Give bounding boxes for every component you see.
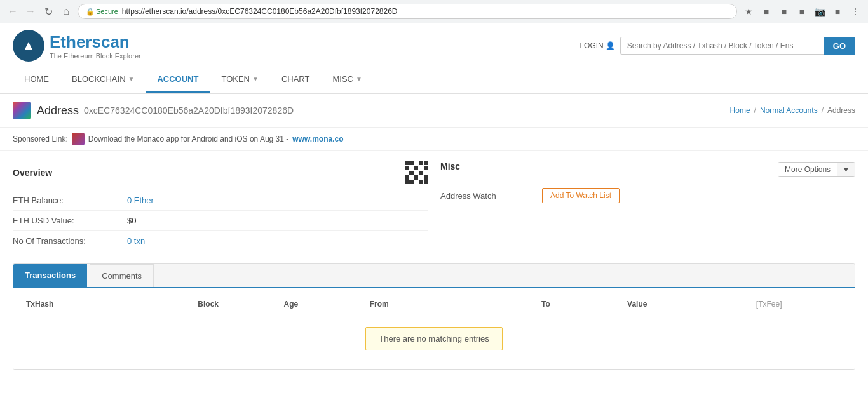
tab-transactions[interactable]: Transactions — [13, 264, 87, 287]
overview-table: ETH Balance: 0 Ether ETH USD Value: $0 N… — [13, 190, 428, 251]
login-icon: 👤 — [606, 41, 615, 50]
logo-subtitle: The Ethereum Block Explorer — [50, 52, 141, 60]
breadcrumb-current: Address — [827, 106, 855, 115]
browser-actions: ★ ■ ■ ■ 📷 ■ ⋮ — [741, 4, 863, 19]
misc-header: Misc More Options ▼ — [440, 161, 855, 178]
overview-section: Overview — [13, 161, 428, 251]
sponsored-text: Download the Monaco app for Android and … — [88, 135, 289, 143]
extension-btn-4[interactable]: 📷 — [812, 4, 827, 19]
table-header-row: TxHash Block Age From To Value [TxFee] — [20, 295, 848, 314]
site-header-top: ▲ Etherscan The Ethereum Block Explorer … — [13, 23, 855, 67]
browser-chrome: ← → ↻ ⌂ 🔒 Secure https://etherscan.io/ad… — [0, 0, 868, 23]
overview-row-txns: No Of Transactions: 0 txn — [13, 231, 428, 251]
misc-title: Misc — [440, 161, 460, 171]
refresh-button[interactable]: ↻ — [41, 4, 56, 19]
sponsored-label: Sponsored Link: — [13, 135, 68, 143]
eth-usd-label: ETH USD Value: — [13, 216, 127, 225]
site-header: ▲ Etherscan The Ethereum Block Explorer … — [0, 23, 868, 94]
qr-code-icon[interactable] — [405, 161, 428, 184]
url-text: https://etherscan.io/address/0xcEC76324C… — [122, 7, 398, 16]
address-watch-row: Address Watch Add To Watch List — [440, 184, 855, 207]
no-entries-area: There are no matching entries — [20, 314, 848, 363]
txns-label: No Of Transactions: — [13, 236, 127, 246]
search-bar: GO — [620, 37, 855, 55]
login-label: LOGIN — [580, 41, 603, 50]
more-options-button[interactable]: More Options ▼ — [778, 162, 855, 177]
two-col: Overview — [13, 161, 855, 251]
blockchain-dropdown-arrow: ▼ — [128, 76, 135, 83]
home-button[interactable]: ⌂ — [58, 4, 74, 19]
no-entries-message: There are no matching entries — [365, 327, 502, 350]
forward-button[interactable]: → — [23, 4, 38, 19]
col-header-from: From — [370, 300, 541, 309]
col-header-block: Block — [198, 300, 283, 309]
breadcrumb-normal-accounts[interactable]: Normal Accounts — [760, 106, 818, 115]
token-dropdown-arrow: ▼ — [252, 76, 259, 83]
page-title-area: Address 0xcEC76324CC0180Eb56a2A20Dfbf189… — [13, 102, 294, 119]
secure-label: Secure — [96, 8, 118, 15]
col-header-to: To — [541, 300, 627, 309]
breadcrumb-sep-1: / — [754, 106, 756, 115]
nav-home[interactable]: HOME — [13, 67, 60, 93]
page-title: Address 0xcEC76324CC0180Eb56a2A20Dfbf189… — [37, 104, 294, 117]
logo-title[interactable]: Etherscan — [50, 32, 141, 52]
nav-token[interactable]: TOKEN ▼ — [210, 67, 269, 93]
site-nav: HOME BLOCKCHAIN ▼ ACCOUNT TOKEN ▼ CHART … — [13, 67, 855, 93]
breadcrumb-sep-2: / — [822, 106, 824, 115]
extension-btn-5[interactable]: ■ — [830, 4, 845, 19]
extension-btn-1[interactable]: ■ — [759, 4, 774, 19]
add-to-watchlist-button[interactable]: Add To Watch List — [542, 188, 620, 203]
nav-misc[interactable]: MISC ▼ — [321, 67, 373, 93]
logo-area: ▲ Etherscan The Ethereum Block Explorer — [13, 30, 141, 62]
col-header-txhash: TxHash — [26, 300, 198, 309]
tabs-area: Transactions Comments TxHash Block Age F… — [13, 263, 855, 370]
more-options-dropdown-arrow: ▼ — [837, 163, 855, 176]
breadcrumb: Home / Normal Accounts / Address — [730, 106, 855, 115]
search-button[interactable]: GO — [824, 37, 855, 55]
overview-header: Overview — [13, 161, 428, 184]
address-icon — [13, 102, 31, 119]
eth-balance-value: 0 Ether — [127, 196, 154, 205]
overview-title: Overview — [13, 168, 52, 178]
nav-blockchain[interactable]: BLOCKCHAIN ▼ — [60, 67, 146, 93]
logo-text-area: Etherscan The Ethereum Block Explorer — [50, 32, 141, 60]
overview-row-usd: ETH USD Value: $0 — [13, 211, 428, 231]
address-hash: 0xcEC76324CC0180Eb56a2A20Dfbf1893f207282… — [84, 105, 294, 116]
col-header-age: Age — [283, 300, 369, 309]
tabs-header: Transactions Comments — [13, 264, 855, 288]
logo-icon: ▲ — [13, 30, 44, 62]
misc-section: Misc More Options ▼ Address Watch Add To… — [440, 161, 855, 251]
browser-nav-buttons: ← → ↻ ⌂ — [5, 4, 74, 19]
menu-button[interactable]: ⋮ — [848, 4, 863, 19]
more-options-label: More Options — [778, 163, 837, 176]
search-input[interactable] — [620, 37, 824, 55]
header-right: LOGIN 👤 GO — [580, 37, 855, 55]
nav-chart[interactable]: CHART — [270, 67, 322, 93]
monaco-icon — [72, 133, 85, 145]
extension-btn-3[interactable]: ■ — [794, 4, 810, 19]
address-bar[interactable]: 🔒 Secure https://etherscan.io/address/0x… — [78, 4, 737, 19]
secure-badge: 🔒 Secure — [86, 8, 118, 16]
nav-account[interactable]: ACCOUNT — [146, 67, 210, 93]
login-button[interactable]: LOGIN 👤 — [580, 41, 614, 50]
misc-dropdown-arrow: ▼ — [356, 76, 362, 83]
address-watch-label: Address Watch — [440, 191, 529, 201]
page-header: Address 0xcEC76324CC0180Eb56a2A20Dfbf189… — [0, 94, 868, 128]
eth-balance-label: ETH Balance: — [13, 196, 127, 205]
eth-usd-value: $0 — [127, 216, 136, 225]
transactions-table: TxHash Block Age From To Value [TxFee] T… — [13, 288, 855, 369]
sponsored-bar: Sponsored Link: Download the Monaco app … — [0, 128, 868, 151]
bookmark-button[interactable]: ★ — [741, 4, 756, 19]
main-content: Overview — [0, 151, 868, 380]
page-title-label: Address — [37, 104, 79, 117]
overview-row-balance: ETH Balance: 0 Ether — [13, 190, 428, 211]
sponsored-link[interactable]: www.mona.co — [292, 135, 343, 143]
back-button[interactable]: ← — [5, 4, 20, 19]
txns-value: 0 txn — [127, 236, 145, 246]
col-header-txfee: [TxFee] — [756, 300, 842, 309]
lock-icon: 🔒 — [86, 8, 95, 16]
breadcrumb-home[interactable]: Home — [730, 106, 750, 115]
extension-btn-2[interactable]: ■ — [776, 4, 792, 19]
tab-comments[interactable]: Comments — [90, 264, 154, 287]
col-header-value: Value — [627, 300, 756, 309]
